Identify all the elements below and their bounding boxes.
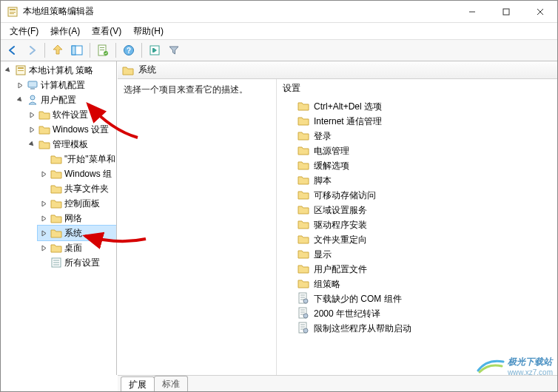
up-button[interactable]: [49, 41, 67, 59]
collapse-icon[interactable]: [39, 214, 48, 223]
settings-item[interactable]: 组策略: [277, 277, 557, 291]
settings-item-label: 可移动存储访问: [314, 189, 376, 202]
window-controls: [455, 1, 557, 22]
settings-item[interactable]: Internet 通信管理: [277, 114, 557, 129]
policy-icon: [298, 322, 309, 336]
settings-item[interactable]: 区域设置服务: [277, 203, 557, 217]
filter-button[interactable]: [165, 41, 183, 59]
tree-label: 共享文件夹: [64, 183, 109, 195]
menu-view[interactable]: 查看(V): [87, 24, 126, 39]
minimize-button[interactable]: [455, 1, 489, 23]
titlebar: 本地组策略编辑器: [1, 1, 557, 23]
tree-all-settings[interactable]: 所有设置: [38, 255, 116, 270]
tree-admin-templates[interactable]: 管理模板: [26, 137, 116, 152]
tree-label: 本地计算机 策略: [29, 64, 93, 77]
description-column: 选择一个项目来查看它的描述。: [118, 79, 277, 375]
settings-item[interactable]: 电源管理: [277, 143, 557, 158]
close-button[interactable]: [523, 1, 557, 23]
tree-label: 控制面板: [64, 197, 100, 210]
show-hide-tree-button[interactable]: [68, 41, 86, 59]
tree-label: 系统: [64, 227, 82, 240]
tree-label: Windows 组: [64, 168, 112, 180]
content-area: 本地计算机 策略 计算机配置: [1, 61, 557, 375]
window-title: 本地组策略编辑器: [23, 5, 94, 18]
tree-software-settings[interactable]: 软件设置: [26, 107, 116, 122]
policy-icon: [298, 307, 309, 321]
settings-item-label: Internet 通信管理: [314, 115, 382, 128]
folder-icon: [50, 198, 62, 209]
help-button[interactable]: ?: [120, 41, 138, 59]
svg-point-33: [303, 299, 308, 303]
settings-item-label: 用户配置文件: [314, 263, 367, 276]
folder-icon: [298, 204, 309, 217]
settings-item[interactable]: 缓解选项: [277, 158, 557, 173]
tab-standard[interactable]: 标准: [154, 376, 188, 391]
menu-help[interactable]: 帮助(H): [129, 24, 168, 39]
settings-item[interactable]: 限制这些程序从帮助启动: [277, 321, 557, 336]
settings-item[interactable]: 可移动存储访问: [277, 188, 557, 203]
settings-item[interactable]: 显示: [277, 247, 557, 262]
tree-label: 用户配置: [41, 94, 76, 107]
settings-item[interactable]: 驱动程序安装: [277, 217, 557, 232]
collapse-icon[interactable]: [27, 110, 36, 119]
settings-item-label: 组策略: [314, 278, 340, 291]
tree-root[interactable]: 本地计算机 策略: [2, 63, 116, 78]
settings-item-label: 显示: [314, 249, 332, 261]
forward-button[interactable]: [23, 41, 41, 59]
gpo-icon: [15, 64, 27, 76]
svg-point-43: [303, 328, 308, 333]
tree-pane[interactable]: 本地计算机 策略 计算机配置: [1, 61, 117, 375]
expand-icon[interactable]: [4, 66, 13, 75]
settings-item[interactable]: 下载缺少的 COM 组件: [277, 291, 557, 306]
tab-extended[interactable]: 扩展: [121, 376, 155, 392]
tree-system[interactable]: 系统: [38, 226, 116, 240]
folder-icon: [298, 101, 309, 113]
back-button[interactable]: [4, 41, 21, 59]
menubar: 文件(F) 操作(A) 查看(V) 帮助(H): [1, 23, 557, 39]
settings-item[interactable]: 文件夹重定向: [277, 232, 557, 247]
tree-label: 计算机配置: [41, 79, 85, 92]
svg-text:?: ?: [127, 47, 131, 55]
svg-rect-22: [28, 81, 37, 87]
collapse-icon[interactable]: [16, 81, 24, 89]
settings-item-label: Ctrl+Alt+Del 选项: [314, 101, 382, 113]
expand-icon[interactable]: [27, 140, 36, 149]
maximize-button[interactable]: [489, 1, 523, 23]
tabs-row: 扩展 标准: [118, 375, 557, 391]
menu-file[interactable]: 文件(F): [5, 24, 43, 39]
collapse-icon[interactable]: [27, 125, 36, 134]
toolbar-separator: [141, 43, 142, 58]
collapse-icon[interactable]: [39, 169, 48, 178]
tree-computer-config[interactable]: 计算机配置: [14, 78, 116, 92]
detail-pane: 系统 选择一个项目来查看它的描述。 设置 Ctrl+Alt+Del 选项Inte…: [117, 61, 557, 375]
tree-windows-settings[interactable]: Windows 设置: [26, 122, 116, 137]
tree-label: 桌面: [64, 242, 82, 254]
settings-item[interactable]: 脚本: [277, 173, 557, 188]
settings-item[interactable]: 登录: [277, 129, 557, 143]
tree-control-panel[interactable]: 控制面板: [38, 196, 116, 211]
svg-rect-3: [10, 13, 14, 14]
settings-item-label: 电源管理: [314, 145, 349, 158]
tree-start-menu[interactable]: "开始"菜单和: [38, 152, 116, 166]
settings-list[interactable]: Ctrl+Alt+Del 选项Internet 通信管理登录电源管理缓解选项脚本…: [277, 99, 557, 375]
collapse-icon[interactable]: [39, 243, 48, 252]
folder-icon: [298, 278, 309, 291]
tree-desktop[interactable]: 桌面: [38, 240, 116, 255]
settings-item[interactable]: Ctrl+Alt+Del 选项: [277, 99, 557, 114]
tree-user-config[interactable]: 用户配置: [14, 92, 116, 107]
menu-action[interactable]: 操作(A): [46, 24, 84, 39]
tree-shared-folders[interactable]: 共享文件夹: [38, 181, 116, 196]
policy-toggle-button[interactable]: [146, 41, 164, 59]
collapse-icon[interactable]: [39, 229, 48, 237]
settings-item[interactable]: 用户配置文件: [277, 262, 557, 277]
svg-rect-12: [100, 50, 104, 50]
properties-button[interactable]: [94, 41, 112, 59]
collapse-icon[interactable]: [39, 199, 48, 208]
tree-network[interactable]: 网络: [38, 211, 116, 226]
expand-icon[interactable]: [16, 95, 24, 104]
tree-label: 网络: [64, 212, 82, 225]
svg-rect-23: [30, 88, 35, 89]
settings-item[interactable]: 2000 年世纪转译: [277, 306, 557, 321]
tree-win-components[interactable]: Windows 组: [38, 166, 116, 181]
svg-rect-9: [72, 46, 75, 55]
